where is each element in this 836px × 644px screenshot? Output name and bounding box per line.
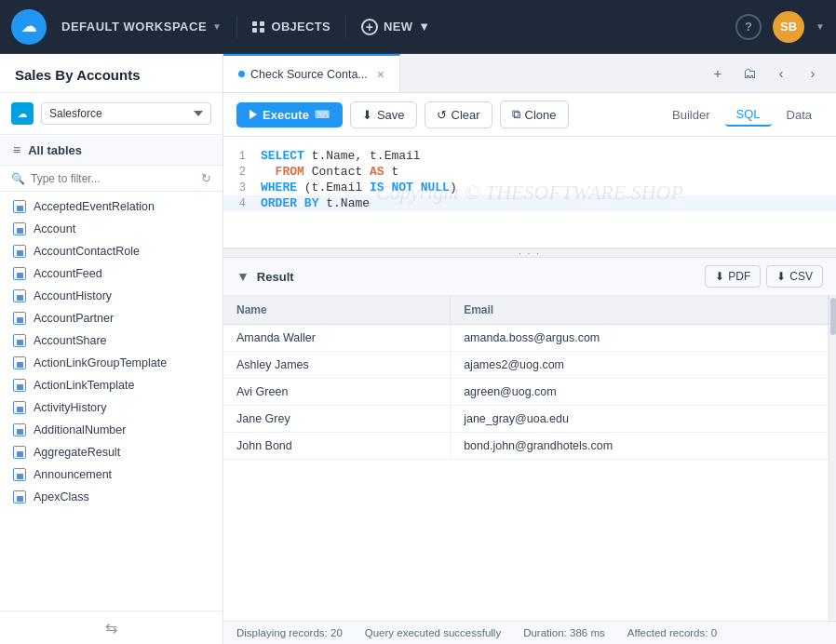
table-icon xyxy=(13,200,26,213)
sidebar-table-item[interactable]: AggregateResult xyxy=(0,441,222,463)
code-line-2: 2 FROM Contact AS t xyxy=(223,164,836,180)
sidebar-collapse[interactable]: ⇆ xyxy=(0,610,222,644)
sidebar-title: Sales By Accounts xyxy=(15,67,208,83)
results-table-wrapper: Name Email Amanda Waller amanda.boss@arg… xyxy=(223,296,829,621)
clear-button[interactable]: ↺ Clear xyxy=(425,101,492,128)
sidebar-table-item[interactable]: AcceptedEventRelation xyxy=(0,195,222,218)
cell-name: Avi Green xyxy=(223,379,451,406)
connection-bar: ☁ Salesforce xyxy=(0,93,222,135)
table-icon xyxy=(13,312,26,325)
folder-button[interactable]: 🗂 xyxy=(737,61,762,86)
col-email: Email xyxy=(451,296,829,325)
sidebar-table-item[interactable]: ApexClass xyxy=(0,486,222,508)
results-scrollbar[interactable] xyxy=(829,296,836,621)
sql-view-button[interactable]: SQL xyxy=(725,103,772,127)
table-name: ApexClass xyxy=(34,490,89,503)
new-button[interactable]: + NEW ▼ xyxy=(361,19,430,35)
table-icon xyxy=(13,245,26,258)
content-area: Check Source Conta... × + 🗂 ‹ › Execute … xyxy=(223,54,836,644)
sidebar-table-item[interactable]: ActivityHistory xyxy=(0,396,222,419)
csv-label: CSV xyxy=(789,270,813,283)
app-logo[interactable]: ☁ xyxy=(11,9,47,45)
table-icon xyxy=(13,222,26,235)
add-tab-button[interactable]: + xyxy=(706,61,730,86)
table-row: Amanda Waller amanda.boss@argus.com xyxy=(223,325,829,352)
salesforce-icon: ☁ xyxy=(11,102,34,125)
sidebar-table-item[interactable]: ActionLinkTemplate xyxy=(0,374,222,396)
table-row: Jane Grey jane_gray@uoa.edu xyxy=(223,406,829,433)
sidebar-table-item[interactable]: AccountShare xyxy=(0,329,222,352)
collapse-icon: ⇆ xyxy=(105,619,117,637)
table-name: AccountShare xyxy=(34,334,107,347)
table-name: Account xyxy=(34,222,75,235)
table-name: AccountHistory xyxy=(34,289,112,302)
sidebar-table-item[interactable]: AccountHistory xyxy=(0,285,222,307)
view-switcher: Builder SQL Data xyxy=(661,103,823,127)
table-name: AdditionalNumber xyxy=(34,423,126,436)
cell-name: Jane Grey xyxy=(223,406,451,433)
prev-tab-button[interactable]: ‹ xyxy=(769,61,793,86)
results-header: ▼ Result ⬇ PDF ⬇ CSV xyxy=(223,258,836,296)
sidebar-table-item[interactable]: AccountContactRole xyxy=(0,240,222,262)
table-name: AcceptedEventRelation xyxy=(34,200,155,213)
cell-email: bond.john@grandhotels.com xyxy=(451,433,829,460)
new-label: NEW xyxy=(384,20,412,34)
sidebar-table-item[interactable]: Announcement xyxy=(0,463,222,486)
search-input[interactable] xyxy=(31,172,196,185)
avatar-chevron-icon[interactable]: ▼ xyxy=(816,21,825,32)
table-row: Ashley James ajames2@uog.com xyxy=(223,352,829,379)
results-table: Name Email Amanda Waller amanda.boss@arg… xyxy=(223,296,829,460)
sidebar-table-item[interactable]: AccountPartner xyxy=(0,307,222,329)
csv-export-button[interactable]: ⬇ CSV xyxy=(766,265,823,288)
save-button[interactable]: ⬇ Save xyxy=(350,101,417,128)
sidebar-table-item[interactable]: AccountFeed xyxy=(0,262,222,285)
table-icon xyxy=(13,468,26,481)
tab-label: Check Source Conta... xyxy=(250,68,368,81)
sidebar-table-item[interactable]: Account xyxy=(0,218,222,240)
query-status: Query executed successfully xyxy=(365,627,501,638)
workspace-label: DEFAULT WORKSPACE xyxy=(61,20,207,34)
tab-actions: + 🗂 ‹ › xyxy=(706,61,836,86)
code-line-1: 1 SELECT t.Name, t.Email xyxy=(223,148,836,164)
all-tables-label: All tables xyxy=(28,143,209,157)
new-chevron-icon: ▼ xyxy=(418,20,430,34)
code-line-4: 4 ORDER BY t.Name xyxy=(223,195,836,211)
table-icon xyxy=(13,379,26,392)
results-footer: Displaying records: 20 Query executed su… xyxy=(223,621,836,644)
objects-button[interactable]: OBJECTS xyxy=(252,20,330,34)
displaying-records: Displaying records: 20 xyxy=(236,627,343,638)
affected-records: Affected records: 0 xyxy=(627,627,717,638)
data-view-button[interactable]: Data xyxy=(775,103,823,127)
builder-view-button[interactable]: Builder xyxy=(661,103,721,127)
help-button[interactable]: ? xyxy=(735,14,762,40)
execute-button[interactable]: Execute ⌨ xyxy=(236,102,343,127)
results-collapse-button[interactable]: ▼ xyxy=(236,269,249,284)
help-label: ? xyxy=(745,20,752,34)
next-tab-button[interactable]: › xyxy=(801,61,825,86)
col-name: Name xyxy=(223,296,451,325)
clone-button[interactable]: ⧉ Clone xyxy=(500,101,569,128)
active-tab[interactable]: Check Source Conta... × xyxy=(223,54,400,92)
workspace-button[interactable]: DEFAULT WORKSPACE ▼ xyxy=(61,20,222,34)
refresh-icon[interactable]: ↻ xyxy=(201,171,211,185)
code-editor[interactable]: 1 SELECT t.Name, t.Email 2 FROM Contact … xyxy=(223,137,836,248)
sidebar-table-item[interactable]: AdditionalNumber xyxy=(0,419,222,441)
pdf-label: PDF xyxy=(728,270,750,283)
resize-handle[interactable]: · · · xyxy=(223,248,836,258)
table-icon xyxy=(13,401,26,414)
scrollbar-thumb[interactable] xyxy=(830,298,836,335)
sidebar-header: Sales By Accounts xyxy=(0,54,222,93)
sidebar-table-item[interactable]: ActionLinkGroupTemplate xyxy=(0,352,222,374)
results-title: Result xyxy=(257,270,705,284)
table-icon xyxy=(13,334,26,347)
pdf-export-button[interactable]: ⬇ PDF xyxy=(705,265,761,288)
cell-email: amanda.boss@argus.com xyxy=(451,325,829,352)
search-icon: 🔍 xyxy=(11,172,25,185)
connection-select[interactable]: Salesforce xyxy=(41,102,211,125)
csv-download-icon: ⬇ xyxy=(776,270,786,283)
table-icon xyxy=(13,267,26,280)
tab-close-button[interactable]: × xyxy=(377,67,384,82)
execute-label: Execute xyxy=(263,108,309,122)
top-nav: ☁ DEFAULT WORKSPACE ▼ OBJECTS + NEW ▼ ? … xyxy=(0,0,836,54)
avatar[interactable]: SB xyxy=(773,11,804,43)
